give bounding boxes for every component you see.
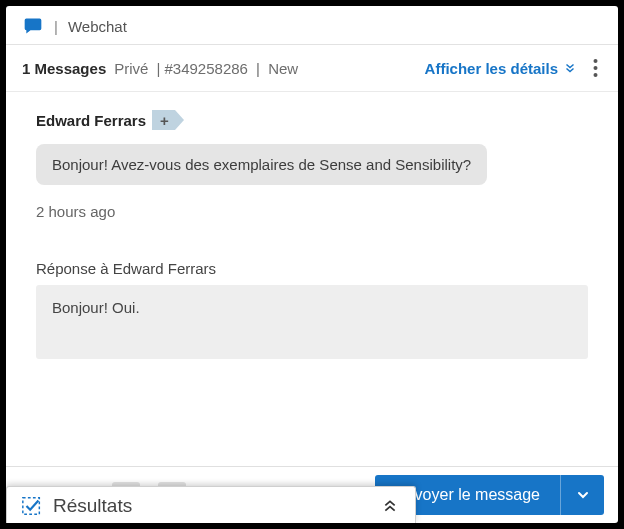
add-tag-button[interactable]: + — [152, 110, 175, 130]
checklist-icon — [21, 495, 43, 517]
reply-input[interactable]: Bonjour! Oui. — [36, 285, 588, 359]
svg-point-0 — [593, 59, 597, 63]
chat-app: | Webchat 1 Messages Privé | #349258286 … — [6, 6, 618, 523]
show-details-link[interactable]: Afficher les détails — [425, 60, 576, 77]
svg-rect-11 — [23, 498, 40, 515]
separator: | — [252, 60, 264, 77]
send-options-button[interactable] — [560, 475, 604, 515]
show-details-label: Afficher les détails — [425, 60, 558, 77]
reply-to-label: Réponse à Edward Ferrars — [36, 260, 588, 277]
channel-header: | Webchat — [6, 6, 618, 45]
message-count: 1 Messages — [22, 60, 106, 77]
channel-name: Webchat — [68, 18, 127, 35]
svg-point-2 — [593, 73, 597, 77]
more-menu-button[interactable] — [582, 55, 608, 81]
ticket-header: 1 Messages Privé | #349258286 | New Affi… — [6, 45, 618, 92]
results-panel[interactable]: Résultats — [6, 486, 416, 523]
results-label: Résultats — [53, 495, 381, 517]
separator: | — [54, 18, 58, 35]
message-timestamp: 2 hours ago — [36, 203, 588, 220]
separator: | — [152, 60, 160, 77]
ticket-status: New — [268, 60, 298, 77]
message-thread: Edward Ferrars + Bonjour! Avez-vous des … — [6, 92, 618, 466]
svg-point-1 — [593, 66, 597, 70]
message-bubble: Bonjour! Avez-vous des exemplaires de Se… — [36, 144, 487, 185]
chat-icon — [22, 16, 44, 36]
ticket-id: #349258286 — [165, 60, 248, 77]
chevron-double-up-icon[interactable] — [381, 498, 399, 514]
sender-name: Edward Ferrars — [36, 112, 146, 129]
chevron-down-icon — [575, 487, 591, 503]
chevron-double-down-icon — [564, 62, 576, 74]
sender-row: Edward Ferrars + — [36, 110, 588, 130]
ticket-meta: 1 Messages Privé | #349258286 | New — [22, 60, 425, 77]
privacy-label: Privé — [114, 60, 148, 77]
